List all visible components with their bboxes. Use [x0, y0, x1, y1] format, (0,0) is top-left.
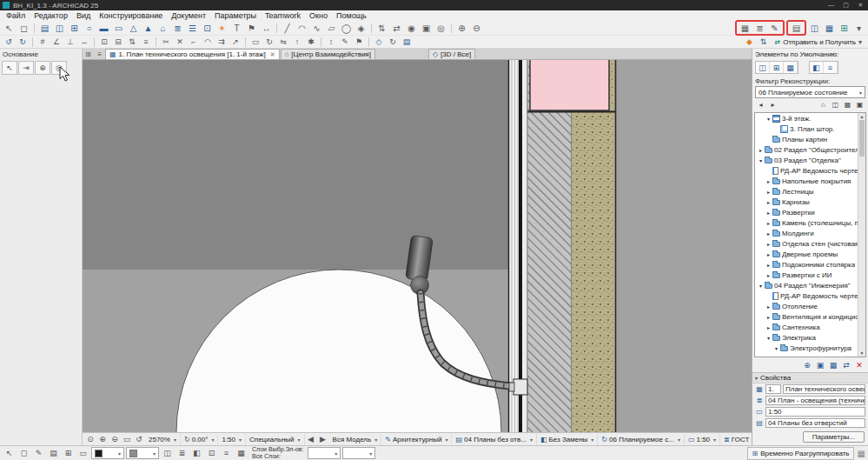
tree-item-folder[interactable]: ▾ 03 Раздел "Отделка" — [755, 155, 858, 165]
tab-3d[interactable]: ◇ [3D / Все] — [428, 49, 475, 59]
adjust-icon[interactable]: ⌐ — [187, 37, 201, 47]
tree-expand-icon[interactable]: ▸ — [765, 178, 772, 184]
tree-item-folder[interactable]: Планы картин — [755, 134, 858, 144]
tab-interaction-center[interactable]: ⌂ [Центр Взаимодействия] — [281, 49, 375, 59]
tree-item-folder[interactable]: ▸ Напольные покрытия — [755, 176, 858, 186]
property-value-field[interactable]: 04 Планы без отверстий — [765, 418, 865, 428]
tree-item-view[interactable]: 3. План штор. — [755, 123, 858, 134]
fillet-icon[interactable]: ◠ — [201, 37, 215, 47]
bb-window-icon[interactable]: ⊞ — [62, 448, 75, 459]
layer-combination-combo[interactable]: ▤ 04 Планы без отв... — [452, 434, 536, 445]
bb-grid-icon[interactable]: ▦ — [235, 448, 248, 459]
menu-options[interactable]: Параметры — [210, 11, 261, 20]
polygon-tool-icon[interactable]: ▱ — [324, 22, 339, 34]
lamp-tool-icon[interactable]: ✶ — [215, 22, 229, 34]
dimension-tool-icon[interactable]: ↔ — [259, 22, 274, 34]
group-icon[interactable]: ⊡ — [97, 37, 111, 47]
bb-marquee-icon[interactable]: ◻ — [17, 448, 30, 459]
previous-arrow-icon[interactable]: ◀ — [305, 435, 317, 443]
menu-teamwork[interactable]: Teamwork — [261, 11, 305, 20]
line-weight-display-icon[interactable]: ≣ — [752, 22, 767, 34]
tree-expand-icon[interactable]: ▾ — [757, 283, 765, 289]
circle-tool-icon[interactable]: ◯ — [339, 22, 354, 34]
previous-view-icon[interactable]: ↺ — [133, 435, 145, 443]
zone-tool-icon[interactable]: ⌂ — [156, 22, 170, 34]
model-scope-combo[interactable]: Вся Модель — [329, 434, 382, 445]
save-view-icon[interactable]: ▦ — [827, 360, 839, 370]
menu-view[interactable]: Вид — [72, 11, 95, 20]
bb-wall-icon[interactable]: ▤ — [47, 448, 60, 459]
new-folder-icon[interactable]: ⊕ — [801, 360, 813, 370]
wall-section[interactable] — [509, 60, 616, 432]
tree-expand-icon[interactable]: ▸ — [765, 241, 772, 247]
profile-manager-icon[interactable]: ◫ — [807, 22, 822, 34]
tree-item-story[interactable]: ▾ 3-й этаж. — [755, 113, 858, 123]
door-tool-icon[interactable]: ◫ — [52, 22, 67, 34]
scale-combo[interactable]: ▭ 1:50 — [685, 434, 720, 445]
tree-item-folder[interactable]: ▸ Карнизы — [755, 197, 858, 207]
teamwork-palette-icon[interactable]: ⊞ — [837, 22, 851, 34]
property-value-field[interactable]: 1:50 — [765, 407, 865, 417]
tree-expand-icon[interactable]: ▾ — [765, 335, 772, 341]
close-button[interactable]: ✕ — [853, 0, 868, 10]
ungroup-icon[interactable]: ⊟ — [111, 37, 125, 47]
property-value-field[interactable]: 04 План - освещения (техническое) — [765, 396, 865, 405]
renovation-filter-combo[interactable]: ↻ 06 Планируемое с... — [598, 434, 685, 445]
label-tool-icon[interactable]: ⚑ — [244, 22, 259, 34]
offset-icon[interactable]: ⇉ — [215, 37, 229, 47]
bring-forward-icon[interactable]: ⇅ — [125, 37, 139, 47]
renovation-icon[interactable]: ↻ — [386, 37, 400, 47]
project-map-icon[interactable]: ⌂ — [818, 100, 829, 110]
mirror-icon[interactable]: ⇋ — [276, 37, 290, 47]
reference-circle-icon[interactable]: ◎ — [51, 61, 67, 75]
bb-select-icon[interactable]: ↖ — [3, 448, 16, 459]
mesh-tool-icon[interactable]: ▲ — [141, 22, 156, 34]
pen-color-combo[interactable] — [91, 447, 124, 459]
tree-item-folder[interactable]: ▸ Развертки — [755, 207, 858, 217]
guide-lines-icon[interactable]: ∠ — [50, 37, 63, 47]
tree-expand-icon[interactable]: ▸ — [765, 324, 772, 330]
favorites-palette-icon[interactable]: ◫ — [756, 62, 770, 73]
nav-back-icon[interactable]: ◂ — [755, 100, 766, 110]
detail-tool-icon[interactable]: ▣ — [419, 22, 434, 34]
tab-close-icon[interactable]: ✕ — [270, 51, 275, 58]
3d-view-icon[interactable]: ◇ — [372, 37, 386, 47]
bb-pen-icon[interactable]: ✎ — [32, 448, 45, 459]
roof-tool-icon[interactable]: △ — [126, 22, 141, 34]
tree-expand-icon[interactable]: ▸ — [765, 251, 772, 257]
stair-tool-icon[interactable]: ≣ — [170, 22, 185, 34]
settings-icon[interactable]: ⇄ — [840, 360, 852, 370]
multiply-icon[interactable]: ✱ — [304, 37, 318, 47]
select-arrow-icon[interactable]: ↖ — [2, 22, 17, 34]
tree-item-folder[interactable]: ▸ Дверные проемы — [755, 249, 858, 259]
tree-item-folder[interactable]: ▾ 04 Раздел "Инженерия" — [755, 280, 858, 290]
layout-book-icon[interactable]: ▦ — [842, 100, 853, 110]
tree-expand-icon[interactable]: ▸ — [757, 147, 765, 153]
elevate-icon[interactable]: ↑ — [290, 37, 304, 47]
property-id-field[interactable]: 1. — [765, 384, 781, 394]
annotate-icon[interactable]: ✎ — [338, 37, 352, 47]
spline-tool-icon[interactable]: ∿ — [309, 22, 324, 34]
view-map-icon[interactable]: ◫ — [830, 100, 841, 110]
layer-display-icon[interactable]: ▤ — [789, 22, 804, 34]
section-tool-icon[interactable]: ⇅ — [374, 22, 389, 34]
tab-plan[interactable]: ▦ 1. План технического освещения [1. 1-й… — [105, 49, 280, 59]
property-value-field[interactable]: План технического освещения — [783, 384, 865, 394]
tree-expand-icon[interactable]: ▸ — [765, 210, 772, 216]
hotspot-tool-icon[interactable]: ◈ — [354, 22, 368, 34]
tree-expand-icon[interactable]: ▸ — [765, 189, 772, 195]
tree-expand-icon[interactable]: ▾ — [757, 157, 765, 163]
graphic-override-combo[interactable]: ◧ Без Замены — [537, 434, 598, 445]
parameters-button[interactable]: Параметры... — [803, 431, 865, 443]
menu-document[interactable]: Документ — [167, 11, 210, 20]
pen-set-combo[interactable]: ✎ Архитектурный — [381, 434, 452, 445]
scroll-down-icon[interactable]: ▼ — [858, 350, 865, 357]
menu-file[interactable]: Файл — [2, 11, 30, 20]
zoom-out-icon[interactable]: ⊖ — [109, 435, 121, 443]
tree-scrollbar[interactable]: ▲ ▼ — [858, 113, 865, 357]
tree-item-folder[interactable]: ▸ Вентиляция и кондиционирование — [755, 311, 858, 322]
tree-expand-icon[interactable]: ▾ — [765, 116, 772, 122]
grid-snap-icon[interactable]: # — [36, 37, 50, 47]
layer-filter-combo[interactable] — [342, 447, 375, 459]
tab-overview-icon[interactable]: ⊞ — [83, 50, 94, 59]
